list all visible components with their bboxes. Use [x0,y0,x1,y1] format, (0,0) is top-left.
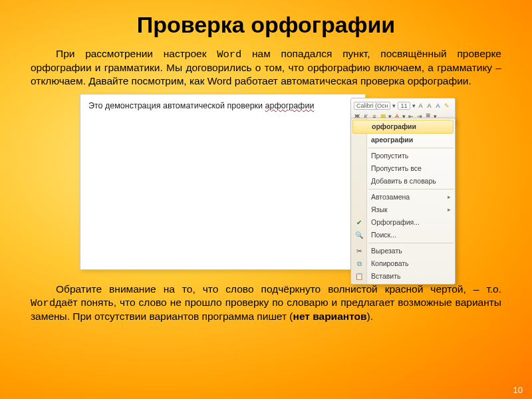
doc-text: Это демонстрация автоматической проверки [88,101,265,110]
menu-skip-all[interactable]: Пропустить все [351,162,455,175]
menu-paste-label: Вставить [371,272,401,280]
paragraph-1: При рассмотрении настроек Word нам попад… [0,47,532,87]
document-area: Это демонстрация автоматической проверки… [80,94,366,270]
menu-add-dictionary[interactable]: Добавить в словарь [351,175,455,188]
copy-icon: ⧉ [354,259,364,268]
style-icon[interactable]: A [435,102,442,109]
para2-word: Word [31,297,55,309]
paste-icon: 📋 [354,271,364,281]
misspelled-word[interactable]: арфографии [265,101,315,110]
dropdown-icon[interactable]: ▾ [392,102,396,109]
context-menu[interactable]: орфографии ареографии Пропустить Пропуст… [350,118,456,285]
para2-text-a: Обратите внимание на то, что слово подчё… [56,283,501,295]
menu-autocorrect[interactable]: Автозамена [351,191,455,203]
format-painter-icon[interactable]: ✎ [444,102,450,109]
menu-lookup[interactable]: 🔍 Поиск... [351,229,455,241]
cut-icon: ✂ [354,246,364,255]
suggestion-2[interactable]: ареографии [351,134,455,146]
para2-text-c: ). [367,311,373,322]
shrink-font-icon[interactable]: A [426,102,433,109]
page-number: 10 [513,385,523,395]
para2-bold: нет вариантов [293,311,367,322]
spellcheck-icon: ✔ [354,217,364,227]
menu-paste[interactable]: 📋 Вставить [351,270,455,283]
menu-copy[interactable]: ⧉ Копировать [351,257,455,270]
menu-language[interactable]: Язык [351,203,455,216]
menu-spelling[interactable]: ✔ Орфография... [351,216,455,229]
search-icon: 🔍 [354,230,364,239]
menu-skip[interactable]: Пропустить [351,150,455,162]
menu-cut-label: Вырезать [371,247,402,255]
menu-spelling-label: Орфография... [371,218,420,226]
menu-copy-label: Копировать [371,259,409,267]
paragraph-2: Обратите внимание на то, что слово подчё… [0,283,532,323]
menu-lookup-label: Поиск... [371,231,396,239]
para2-text-b: даёт понять, что слово не прошло проверк… [31,297,501,322]
slide-title: Проверка орфографии [0,0,532,47]
word-screenshot: Это демонстрация автоматической проверки… [80,94,452,280]
font-selector[interactable]: Calibri (Осн [354,102,390,110]
font-size-selector[interactable]: 11 [398,102,410,110]
para1-text-a: При рассмотрении настроек [56,48,217,59]
grow-font-icon[interactable]: A [418,102,424,109]
dropdown-icon[interactable]: ▾ [412,102,416,109]
para1-word: Word [217,49,241,61]
suggestion-1[interactable]: орфографии [352,120,454,134]
menu-cut[interactable]: ✂ Вырезать [351,245,455,257]
